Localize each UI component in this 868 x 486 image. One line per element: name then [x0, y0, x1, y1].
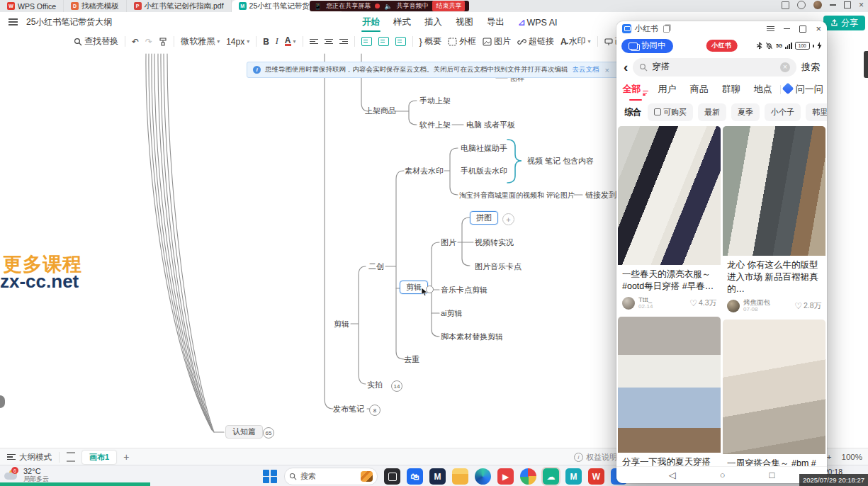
close-icon[interactable]: × — [859, 1, 864, 9]
mindmap-node[interactable]: ai剪辑 — [441, 309, 463, 318]
menu-style[interactable]: 样式 — [393, 13, 412, 31]
align-center-button[interactable] — [325, 39, 333, 45]
android-home-button[interactable]: ○ — [720, 470, 726, 480]
mindmap-node[interactable]: 视频转实况 — [475, 238, 514, 247]
font-size-select[interactable]: 14px▾ — [226, 37, 249, 47]
undo-button[interactable]: ↶ — [132, 37, 139, 47]
result-feed[interactable]: 一些春天的漂亮衣服～ #ootd每日穿搭 #早春… Tttt_02-14 ♡4.… — [616, 125, 827, 466]
tab-places[interactable]: 地点 — [747, 83, 779, 96]
task-view-button[interactable] — [384, 468, 400, 485]
search-input[interactable]: 穿搭 × — [633, 58, 796, 77]
tab-users[interactable]: 用户 — [651, 83, 683, 96]
weather-widget[interactable]: 6 32°C 局部多云 — [4, 467, 49, 482]
insert-relation-button[interactable] — [395, 37, 406, 46]
rights-info[interactable]: i 权益说明 — [574, 452, 617, 463]
mindmap-node-selected[interactable]: 拼图 — [470, 211, 498, 225]
mindmap-node[interactable]: 认知篇 — [225, 425, 263, 439]
start-button[interactable] — [262, 469, 278, 485]
share-button[interactable]: 分享 — [823, 16, 865, 30]
clear-search-icon[interactable]: × — [780, 62, 790, 72]
chip-latest[interactable]: 最新 — [698, 103, 726, 121]
frame-button[interactable]: 外框 — [448, 35, 476, 47]
go-to-cloud-doc-link[interactable]: 去云文档 — [573, 65, 599, 74]
hyperlink-button[interactable]: 超链接 — [517, 35, 554, 47]
font-family-select[interactable]: 微软雅黑▾ — [181, 35, 220, 47]
phone-close-icon[interactable]: × — [816, 26, 821, 33]
menu-view[interactable]: 视图 — [455, 13, 474, 31]
tab-wps-office[interactable]: W WPS Office — [0, 0, 64, 12]
layers-icon[interactable] — [67, 452, 75, 462]
zoom-in-button[interactable]: + — [827, 453, 832, 461]
menu-export[interactable]: 导出 — [486, 13, 505, 31]
feed-card[interactable]: 一周穿搭合集～ #bm #春季穿搭 #每日穿搭 #日… — [723, 320, 825, 466]
back-chevron-icon[interactable]: ‹ — [624, 61, 628, 74]
android-back-button[interactable]: ◁ — [669, 470, 676, 480]
tab-goods[interactable]: 商品 — [683, 83, 715, 96]
file-explorer-icon[interactable] — [452, 468, 468, 485]
mindmap-node[interactable]: 手机版去水印 — [461, 166, 507, 176]
mindmap-node[interactable]: 脚本素材替换剪辑 — [441, 332, 503, 341]
chip-summer[interactable]: 夏季 — [731, 103, 760, 121]
teal-app-icon[interactable]: M — [565, 468, 582, 485]
media-player-icon[interactable]: M — [429, 468, 446, 485]
mindmap-node[interactable]: 图片 — [441, 238, 456, 247]
sidebar-collapse-handle[interactable] — [0, 395, 5, 408]
add-canvas-button[interactable]: + — [123, 451, 129, 463]
mindmap-node[interactable]: 发布笔记 — [333, 405, 364, 414]
apps-grid-icon[interactable] — [782, 1, 789, 9]
mindmap-node[interactable]: 淘宝抖音商城里面的视频和 评论图片 — [459, 191, 575, 200]
align-right-button[interactable] — [339, 39, 348, 45]
find-replace-button[interactable]: 查找替换 — [74, 35, 118, 47]
android-recents-button[interactable]: □ — [770, 470, 775, 480]
wps-cloud-icon[interactable]: ☁ — [543, 468, 559, 485]
like-button[interactable]: ♡4.3万 — [689, 298, 716, 308]
italic-button[interactable]: I — [276, 36, 278, 47]
format-painter-button[interactable] — [159, 38, 167, 46]
canvas-tab-1[interactable]: 画布1 — [82, 451, 116, 464]
scrollbar-thumb[interactable] — [864, 51, 868, 78]
add-child-node-button[interactable]: + — [502, 213, 514, 225]
insert-subtopic-button[interactable] — [378, 37, 389, 46]
chip-purchasable[interactable]: 可购买 — [648, 103, 693, 121]
feed-card[interactable]: 一些春天的漂亮衣服～ #ootd每日穿搭 #早春… Tttt_02-14 ♡4.… — [618, 126, 721, 315]
feed-card[interactable]: 龙心 你有这么牛的版型进入市场 新品百褶裙真的… 烤焦面包07-08 ♡2.8万 — [723, 126, 825, 317]
mindmap-node[interactable]: 实拍 — [367, 380, 383, 390]
minimize-icon[interactable] — [830, 4, 836, 6]
avatar[interactable] — [727, 300, 740, 312]
watermark-button[interactable]: A̴水印▾ — [560, 35, 591, 47]
mindmap-node[interactable]: 电脑社媒助手 — [461, 144, 507, 153]
avatar[interactable] — [622, 297, 635, 310]
tab-all[interactable]: 全部 — [619, 83, 651, 96]
mindmap-node[interactable]: 软件上架 — [419, 120, 451, 130]
menu-insert[interactable]: 插入 — [424, 13, 443, 31]
chip-comprehensive[interactable]: 综合 — [623, 103, 643, 122]
mindmap-node[interactable]: 电脑 或者平板 — [466, 120, 515, 130]
phone-minimize-icon[interactable] — [784, 28, 790, 30]
mindmap-node[interactable]: 上架商品 — [365, 106, 396, 115]
taskbar-search-input[interactable]: 搜索 — [284, 468, 378, 485]
banner-close-icon[interactable]: × — [605, 66, 609, 74]
wps-office-icon[interactable]: W — [588, 468, 604, 485]
mindmap-node[interactable]: 素材去水印 — [405, 166, 444, 176]
avatar[interactable] — [813, 1, 822, 9]
tab-template-doc[interactable]: D 找稿壳模板 — [64, 0, 127, 12]
mindmap-node[interactable]: 音乐卡点剪辑 — [441, 286, 487, 295]
red-app-icon[interactable]: ▶ — [497, 468, 514, 485]
outline-button[interactable]: }概要 — [419, 35, 441, 47]
stop-share-button[interactable]: 结束共享 — [432, 1, 465, 11]
mindmap-node[interactable]: 二创 — [368, 262, 384, 271]
mindmap-node[interactable]: 去重 — [404, 355, 419, 364]
phone-window-titlebar[interactable]: 小红书 × — [616, 21, 827, 36]
chip-korean-style[interactable]: 韩里韩气 — [806, 103, 827, 121]
tab-pdf-guide[interactable]: P 小红书笔记创作指南.pdf — [127, 0, 232, 12]
insert-topic-button[interactable] — [361, 37, 372, 46]
phone-maximize-icon[interactable] — [799, 26, 806, 33]
collab-mode-button[interactable]: 协同中 — [621, 39, 673, 53]
phone-menu-icon[interactable] — [767, 26, 774, 32]
menu-home[interactable]: 开始 — [361, 13, 381, 31]
search-submit-button[interactable]: 搜索 — [801, 61, 820, 74]
edge-browser-icon[interactable] — [475, 468, 491, 485]
maximize-icon[interactable] — [844, 1, 851, 9]
mindmap-node[interactable]: 视频 笔记 包含内容 — [527, 157, 594, 166]
chip-petite[interactable]: 小个子 — [765, 103, 801, 121]
